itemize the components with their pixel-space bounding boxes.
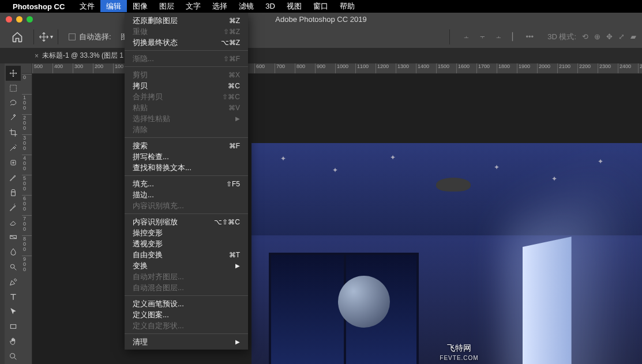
menu-item-填充[interactable]: 填充...⇧F5 [125,178,248,189]
shortcut-label: ⌘X [228,71,240,79]
tab-close-icon[interactable]: × [35,52,39,60]
menu-图层[interactable]: 图层 [153,0,180,12]
ruler-tick: 1500 [436,63,456,73]
menu-separator [125,333,248,334]
menu-item-自动对齐图层: 自动对齐图层... [125,271,248,282]
menu-item-清理[interactable]: 清理▶ [125,336,248,347]
artwork-ufo [436,178,471,192]
maximize-window-button[interactable] [27,16,33,22]
document-tab[interactable]: × 未标题-1 @ 33.3% (图层 1 [28,48,130,63]
options-bar: ▾ 自动选择: 图层 ⫠ ⫟ ⫠ ▏ ••• 3D 模式: ⟲ ⊕ ✥ ⤢ ▰ [0,25,642,48]
minimize-window-button[interactable] [16,16,22,22]
gradient-tool[interactable] [6,230,21,245]
menu-item-操控变形[interactable]: 操控变形 [125,227,248,238]
align-left-icon: ▏ [510,32,520,41]
menu-item-搜索[interactable]: 搜索⌘F [125,140,248,151]
menu-item-描边[interactable]: 描边... [125,189,248,200]
menu-item-查找和替换文本[interactable]: 查找和替换文本... [125,162,248,173]
move-tool[interactable] [6,66,21,81]
window-title: Adobe Photoshop CC 2019 [275,15,366,24]
menu-item-透视变形[interactable]: 透视变形 [125,238,248,249]
path-select-tool[interactable] [6,305,21,320]
menu-item-变换[interactable]: 变换▶ [125,260,248,271]
home-icon[interactable] [12,31,23,43]
shortcut-label: ⌥⌘Z [221,39,240,47]
shortcut-label: ⌘T [229,251,240,259]
ruler-tick: 1400 [416,63,436,73]
magic-wand-tool[interactable] [6,111,21,126]
menu-item-定义画笔预设[interactable]: 定义画笔预设... [125,298,248,309]
spot-heal-tool[interactable] [6,155,21,170]
crop-tool[interactable] [6,125,21,140]
menu-item-label: 拷贝 [133,81,148,91]
ruler-tick: 2200 [577,63,598,73]
workspace: 5004003002001000100200300400500600700800… [0,63,642,364]
type-tool[interactable] [6,290,21,305]
menu-滤镜[interactable]: 滤镜 [233,0,260,12]
menu-item-还原删除图层[interactable]: 还原删除图层⌘Z [125,15,248,26]
roll-3d-icon[interactable]: ⊕ [594,32,600,41]
menu-item-切换最终状态[interactable]: 切换最终状态⌥⌘Z [125,37,248,48]
menu-编辑[interactable]: 编辑 [100,0,127,12]
slide-3d-icon[interactable]: ⤢ [618,32,625,41]
close-window-button[interactable] [6,16,12,22]
ruler-tick: 1000 [335,63,355,73]
menu-文字[interactable]: 文字 [180,0,207,12]
menu-窗口[interactable]: 窗口 [307,0,334,12]
rectangle-tool[interactable] [6,319,21,334]
edit-menu-dropdown: 还原删除图层⌘Z重做⇧⌘Z切换最终状态⌥⌘Z渐隐...⇧⌘F剪切⌘X拷贝⌘C合并… [125,13,248,350]
move-tool-indicator[interactable]: ▾ [39,32,53,42]
ruler-tick: 1300 [396,63,416,73]
eraser-tool[interactable] [6,215,21,230]
menu-帮助[interactable]: 帮助 [334,0,361,12]
orbit-3d-icon[interactable]: ⟲ [582,32,588,41]
align-icons[interactable]: ⫠ ⫟ ⫠ ▏ [461,32,520,41]
camera-3d-icon[interactable]: ▰ [630,32,636,41]
shortcut-label: ⌘F [229,142,240,150]
menu-item-自由变换[interactable]: 自由变换⌘T [125,249,248,260]
lasso-tool[interactable] [6,96,21,111]
more-icon[interactable]: ••• [526,32,534,41]
menu-item-渐隐: 渐隐...⇧⌘F [125,53,248,64]
menu-item-定义图案[interactable]: 定义图案... [125,309,248,320]
app-name[interactable]: Photoshop CC [13,2,65,11]
dodge-tool[interactable] [6,260,21,275]
artwork-door [523,237,572,364]
menu-选择[interactable]: 选择 [207,0,233,12]
menu-item-拷贝[interactable]: 拷贝⌘C [125,80,248,91]
menu-item-合并拷贝: 合并拷贝⇧⌘C [125,91,248,102]
blur-tool[interactable] [6,245,21,260]
eyedropper-tool[interactable] [6,140,21,155]
history-brush-tool[interactable] [6,200,21,215]
menu-3D[interactable]: 3D [260,0,281,12]
align-top-icon: ⫠ [461,32,472,41]
submenu-arrow-icon: ▶ [235,262,240,269]
svg-rect-0 [10,85,17,91]
window-titlebar: Adobe Photoshop CC 2019 [0,13,642,25]
ruler-tick: 2000 [537,63,557,73]
menu-图像[interactable]: 图像 [127,0,153,12]
menu-item-label: 描边... [133,190,154,200]
marquee-tool[interactable] [6,81,21,96]
star-icon: ✦ [551,175,557,183]
horizontal-ruler[interactable]: 5004003002001000100200300400500600700800… [32,63,642,74]
brush-tool[interactable] [6,170,21,185]
svg-point-5 [10,354,15,358]
menu-item-label: 定义图案... [133,310,169,320]
zoom-tool[interactable] [6,349,21,364]
menu-文件[interactable]: 文件 [74,0,100,12]
vertical-ruler[interactable]: 0100200300400500600700800900 [22,74,32,364]
menu-item-内容识别缩放[interactable]: 内容识别缩放⌥⇧⌘C [125,216,248,227]
menu-item-label: 渐隐... [133,54,154,64]
menu-item-拼写检查[interactable]: 拼写检查... [125,151,248,162]
ruler-tick: 200 [93,63,113,73]
clone-tool[interactable] [6,185,21,200]
hand-tool[interactable] [6,334,21,349]
auto-select-checkbox[interactable] [69,33,76,40]
ruler-tick: 100 [22,94,32,114]
pen-tool[interactable] [6,275,21,290]
align-vcenter-icon: ⫟ [478,32,488,41]
pan-3d-icon[interactable]: ✥ [606,32,613,41]
canvas[interactable]: ✦ ✦ ✦ ✦ ✦ ✦ 飞特网 FEVTE.COM [32,74,642,364]
menu-视图[interactable]: 视图 [281,0,307,12]
